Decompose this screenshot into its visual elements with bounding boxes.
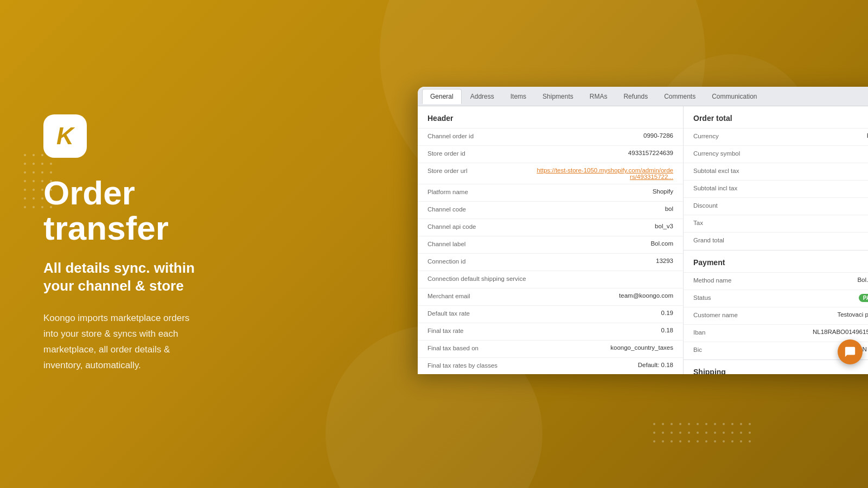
tab-communication[interactable]: Communication [704, 89, 764, 104]
svg-point-39 [749, 423, 751, 425]
logo-container: K [43, 114, 87, 158]
field-value: bol_v3 [536, 223, 673, 229]
table-row: Customer nameTestovaci platíc [684, 307, 868, 325]
svg-point-28 [653, 423, 655, 425]
table-row: Connection default shipping service [418, 271, 683, 288]
tab-items[interactable]: Items [503, 89, 534, 104]
field-value: PAID [802, 294, 868, 302]
field-value: koongo_country_taxes [536, 344, 673, 351]
field-label: Connection default shipping service [427, 275, 536, 282]
description: Koongo imports marketplace orders into y… [43, 311, 271, 374]
svg-point-47 [714, 432, 716, 434]
field-label: Channel label [427, 240, 536, 247]
tab-rmas[interactable]: RMAs [582, 89, 615, 104]
field-label: Grand total [693, 236, 802, 243]
field-label: Default tax rate [427, 310, 536, 317]
tab-comments[interactable]: Comments [656, 89, 703, 104]
chat-button[interactable] [838, 339, 863, 364]
field-label: Currency [693, 132, 802, 139]
svg-point-31 [679, 423, 681, 425]
svg-point-48 [723, 432, 725, 434]
svg-point-5 [33, 163, 35, 165]
field-label: Subtotal incl tax [693, 184, 802, 191]
svg-point-62 [740, 440, 742, 442]
dot-grid-bottom-right [651, 421, 760, 455]
svg-point-36 [723, 423, 725, 425]
table-row: Channel codebol [418, 202, 683, 219]
field-value: Shopify [536, 188, 673, 195]
tab-shipments[interactable]: Shipments [535, 89, 581, 104]
field-value: 7.6 [802, 184, 868, 191]
svg-point-44 [688, 432, 690, 434]
field-label: Connection id [427, 258, 536, 265]
table-row: Channel api codebol_v3 [418, 219, 683, 236]
field-value: 4933157224639 [536, 150, 673, 156]
left-panel: K Ordertransfer All details sync. within… [43, 0, 304, 488]
field-label: Store order id [427, 150, 536, 157]
svg-point-16 [24, 189, 26, 191]
right-column: Order total CurrencyEURCurrency symbol€S… [684, 106, 868, 374]
svg-point-25 [33, 206, 35, 208]
field-label: Merchant email [427, 292, 536, 299]
svg-point-9 [33, 171, 35, 174]
svg-point-34 [705, 423, 707, 425]
app-window: General Address Items Shipments RMAs Ref… [418, 87, 868, 374]
table-row: Store order id4933157224639 [418, 146, 683, 163]
shipping-section: Shipping Carrier country info... [684, 360, 868, 374]
svg-point-35 [714, 423, 716, 425]
svg-point-52 [653, 440, 655, 442]
field-label: Subtotal excl tax [693, 167, 802, 174]
field-label: Channel order id [427, 132, 536, 139]
svg-point-51 [749, 432, 751, 434]
svg-point-12 [24, 180, 26, 182]
svg-point-29 [662, 423, 664, 425]
table-row: Subtotal incl tax7.6 [684, 181, 868, 198]
order-total-header: Order total [684, 106, 868, 129]
field-value: 6.44 [802, 167, 868, 174]
svg-point-13 [33, 180, 35, 182]
svg-point-21 [33, 197, 35, 200]
svg-point-53 [662, 440, 664, 442]
order-total-section: Order total CurrencyEURCurrency symbol€S… [684, 106, 868, 251]
logo-letter: K [56, 124, 74, 148]
shipping-header: Shipping [684, 360, 868, 374]
left-data-rows: Channel order id0990-7286Store order id4… [418, 129, 683, 374]
field-label: Bic [693, 346, 802, 353]
table-row: Connection id13293 [418, 254, 683, 271]
table-row: Final tax rates by classesDefault: 0.18 [418, 358, 683, 374]
table-row: Discount0 [684, 198, 868, 215]
svg-point-61 [731, 440, 733, 442]
header-section-title: Header [418, 106, 683, 129]
field-label: Tax [693, 219, 802, 226]
field-label: Channel code [427, 206, 536, 213]
table-row: Method nameBol.com [684, 273, 868, 290]
tab-general[interactable]: General [422, 89, 462, 104]
svg-point-17 [33, 189, 35, 191]
table-row: Subtotal excl tax6.44 [684, 163, 868, 181]
svg-point-59 [714, 440, 716, 442]
field-value: 0.19 [536, 310, 673, 316]
field-value: Bol.com [536, 240, 673, 247]
field-value: team@koongo.com [536, 292, 673, 299]
field-value: Testovaci platíc [802, 311, 868, 318]
field-value: Bol.com [802, 277, 868, 283]
svg-point-40 [653, 432, 655, 434]
table-row: Platform nameShopify [418, 184, 683, 202]
table-row: Channel labelBol.com [418, 236, 683, 254]
field-label: Final tax rates by classes [427, 362, 536, 369]
field-label: Currency symbol [693, 150, 802, 157]
field-value: 0.18 [536, 327, 673, 333]
field-value: 0 [802, 202, 868, 208]
field-label: Customer name [693, 311, 802, 318]
svg-point-50 [740, 432, 742, 434]
tab-refunds[interactable]: Refunds [616, 89, 655, 104]
table-row: Final tax based onkoongo_country_taxes [418, 341, 683, 358]
tab-address[interactable]: Address [463, 89, 502, 104]
field-label: Discount [693, 202, 802, 209]
field-label: Final tax rate [427, 327, 536, 334]
svg-point-45 [697, 432, 699, 434]
field-value: 7.6 [802, 236, 868, 243]
field-label: Method name [693, 277, 802, 284]
field-value[interactable]: https://test-store-1050.myshopify.com/ad… [536, 167, 673, 180]
order-total-rows: CurrencyEURCurrency symbol€Subtotal excl… [684, 129, 868, 250]
